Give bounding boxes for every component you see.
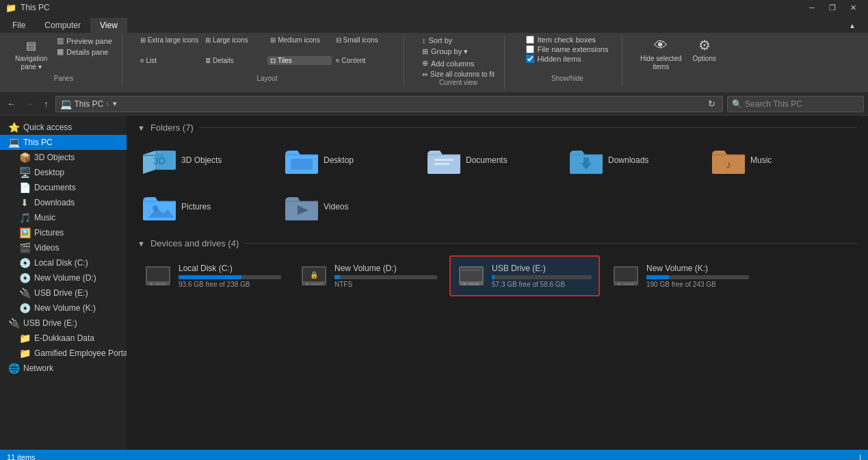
hide-selected-button[interactable]: 👁 Hide selecteditems [637,36,685,73]
sidebar-label-pictures: Pictures [34,228,64,238]
sidebar-item-desktop[interactable]: 🖥️ Desktop [0,165,127,180]
group-icon: ⊞ [422,47,428,56]
folder-downloads[interactable]: Downloads [564,140,701,181]
folder-music[interactable]: ♪ Music [707,140,843,181]
back-button[interactable]: ← [4,97,18,110]
sidebar-item-local-disk-c[interactable]: 💿 Local Disk (C:) [0,255,127,270]
tab-computer[interactable]: Computer [35,18,90,33]
local-c-bar-bg [179,275,281,279]
minimize-button[interactable]: ─ [802,1,821,14]
item-check-boxes-checkbox[interactable]: Item check boxes [526,36,596,44]
sidebar-item-edukkaan[interactable]: 📁 E-Dukkaan Data [0,331,127,346]
svg-text:🔒: 🔒 [310,270,319,279]
content-button[interactable]: ≡ Content [333,56,397,65]
edukkaan-icon: 📁 [19,333,30,344]
details-button[interactable]: ≣ Details [202,56,266,65]
drive-new-d[interactable]: 🔒 New Volume (D:) NTFS [293,255,444,296]
add-columns-button[interactable]: ⊕ Add columns [419,58,477,68]
ribbon-collapse-button[interactable]: ▲ [839,18,865,33]
file-ext-checkbox[interactable]: File name extensions [526,45,608,53]
drive-usb-e[interactable]: USB Drive (E:) 57.3 GB free of 58.6 GB [449,255,600,296]
sidebar-item-network[interactable]: 🌐 Network [0,361,127,376]
search-box[interactable]: 🔍 Search This PC [727,96,864,112]
sidebar-label-edukkaan: E-Dukkaan Data [34,333,94,343]
tab-file[interactable]: File [3,18,35,33]
details-pane-button[interactable]: ▦ Details pane [54,47,115,57]
this-pc-icon: 💻 [8,137,19,148]
sidebar-label-3d: 3D Objects [34,153,75,162]
new-volume-d-icon: 🔒 [300,262,328,290]
preview-pane-button[interactable]: ▥ Preview pane [54,36,115,46]
sidebar-item-music[interactable]: 🎵 Music [0,210,127,225]
details-icon: ▦ [57,47,64,56]
folder-videos[interactable]: Videos [280,186,417,227]
sidebar-item-downloads[interactable]: ⬇ Downloads [0,195,127,210]
usb-e-sub: 57.3 GB free of 58.6 GB [492,281,592,288]
small-icons-button[interactable]: ⊟ Small icons [333,36,397,44]
tiles-button[interactable]: ⊡ Tiles [267,56,331,65]
sidebar-item-pictures[interactable]: 🖼️ Pictures [0,225,127,240]
hidden-items-checkbox[interactable]: Hidden items [526,55,581,63]
sidebar-item-new-volume-d[interactable]: 💿 New Volume (D:) [0,270,127,285]
close-button[interactable]: ✕ [843,1,863,14]
folder-documents-icon [428,144,460,177]
ribbon: File Computer View ▲ ▤ Navigationpane ▾ … [0,15,868,92]
medium-icons-button[interactable]: ⊞ Medium icons [267,36,331,44]
new-d-info: New Volume (D:) NTFS [334,264,437,288]
sidebar-item-videos[interactable]: 🎬 Videos [0,240,127,255]
drives-collapse-icon[interactable]: ▼ [137,240,145,248]
folder-pictures[interactable]: Pictures [137,186,274,227]
sort-by-button[interactable]: ↕ Sort by [419,36,455,45]
restore-button[interactable]: ❐ [823,1,842,14]
sidebar-item-this-pc[interactable]: 💻 This PC [0,135,127,150]
music-icon: 🎵 [19,212,30,223]
breadcrumb[interactable]: 💻 This PC › ▾ ↻ [55,96,724,112]
folders-collapse-icon[interactable]: ▼ [137,124,145,132]
navigation-pane-button[interactable]: ▤ Navigationpane ▾ [12,36,50,73]
folder-pictures-icon [143,190,176,223]
large-icons-button[interactable]: ⊞ Large icons [202,36,266,44]
sidebar-item-usb-e[interactable]: 🔌 USB Drive (E:) [0,285,127,301]
hidden-items-input[interactable] [526,55,534,63]
folders-section-header: ▼ Folders (7) [137,123,857,133]
folders-grid: 3D 3D Objects Desktop [137,140,857,227]
sidebar-item-3d-objects[interactable]: 📦 3D Objects [0,150,127,165]
local-c-info: Local Disk (C:) 93.6 GB free of 238 GB [179,264,281,288]
volume-k-icon: 💿 [19,303,30,314]
folder-desktop-icon [285,144,318,177]
drive-local-c[interactable]: Local Disk (C:) 93.6 GB free of 238 GB [137,255,288,296]
extra-large-icons-button[interactable]: ⊞ Extra large icons [137,36,201,44]
pictures-icon: 🖼️ [19,227,30,238]
sidebar-label-usb-root: USB Drive (E:) [23,318,77,328]
group-by-button[interactable]: ⊞ Group by ▾ [419,47,471,57]
ribbon-content: ▤ Navigationpane ▾ ▥ Preview pane ▦ Deta… [0,33,868,92]
sidebar-item-new-volume-k[interactable]: 💿 New Volume (K:) [0,301,127,316]
sidebar-item-usb-e-root[interactable]: 🔌 USB Drive (E:) [0,316,127,331]
item-check-input[interactable] [526,36,534,44]
forward-button[interactable]: → [23,97,37,110]
sidebar-item-documents[interactable]: 📄 Documents [0,180,127,195]
folder-desktop[interactable]: Desktop [280,140,417,181]
sidebar-item-quick-access[interactable]: ⭐ Quick access [0,120,127,135]
breadcrumb-dropdown-button[interactable]: ▾ [111,99,118,108]
folder-3d-objects[interactable]: 3D 3D Objects [137,140,274,181]
file-ext-input[interactable] [526,45,534,53]
ribbon-group-panes: ▤ Navigationpane ▾ ▥ Preview pane ▦ Deta… [5,36,122,85]
title-bar: 📁 This PC ─ ❐ ✕ [0,0,868,15]
layout-buttons: ⊞ Extra large icons ⊞ Large icons ⊞ Medi… [137,36,397,75]
size-columns-button[interactable]: ⇔ Size all columns to fit [419,70,497,79]
folder-documents[interactable]: Documents [422,140,559,181]
options-button[interactable]: ⚙ Options [690,36,719,64]
tab-view[interactable]: View [90,18,127,33]
folder-downloads-label: Downloads [608,155,648,165]
drive-new-k[interactable]: New Volume (K:) 190 GB free of 243 GB [605,255,756,296]
sidebar-label-downloads: Downloads [34,198,75,207]
preview-icon: ▥ [57,36,64,45]
item-count: 11 items [7,453,36,460]
network-icon: 🌐 [8,363,19,374]
new-volume-k-icon [612,262,640,290]
list-button[interactable]: ≡ List [137,56,201,65]
sidebar-item-gamified[interactable]: 📁 Gamified Employee Portal [0,346,127,361]
up-button[interactable]: ↑ [41,97,51,110]
refresh-button[interactable]: ↻ [705,97,718,110]
